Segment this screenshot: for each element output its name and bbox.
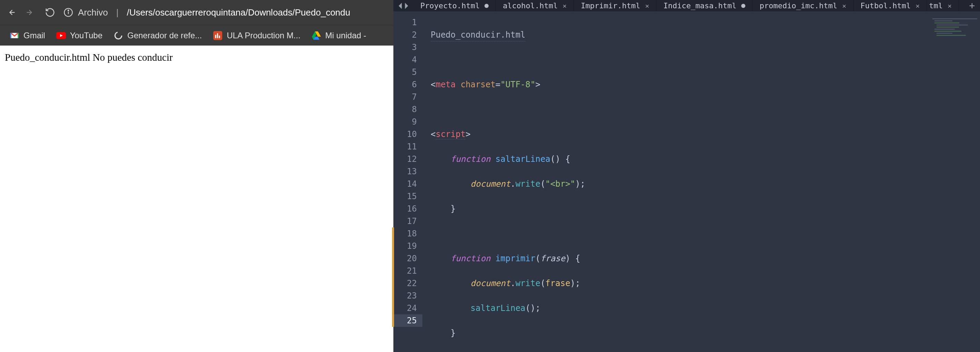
line-number[interactable]: 3 <box>393 41 417 54</box>
forward-button[interactable] <box>25 8 35 17</box>
svg-point-6 <box>115 32 122 39</box>
bookmark-label: Mi unidad - <box>325 31 366 40</box>
line-number[interactable]: 14 <box>393 178 417 190</box>
dirty-dot-icon <box>484 4 488 8</box>
line-number[interactable]: 12 <box>393 153 417 165</box>
line-number[interactable]: 2 <box>393 29 417 41</box>
line-number[interactable]: 5 <box>393 66 417 78</box>
line-number[interactable]: 25 <box>393 314 422 327</box>
line-number[interactable]: 24 <box>393 302 417 314</box>
code-editor: Proyecto.htmlalcohol.html×Imprimir.html×… <box>393 0 980 352</box>
close-tab-icon[interactable]: × <box>645 2 649 10</box>
code-area[interactable]: Puedo_conducir.html <meta charset="UTF-8… <box>422 11 980 352</box>
bookmark-generador[interactable]: Generador de refe... <box>113 31 202 40</box>
editor-body: 1234567891011121314151617181920212223242… <box>393 11 980 352</box>
back-button[interactable] <box>6 8 16 17</box>
line-number[interactable]: 10 <box>393 128 417 140</box>
line-number[interactable]: 23 <box>393 290 417 302</box>
youtube-icon <box>56 31 66 40</box>
bookmarks-bar: Gmail YouTube Generador de refe... ULA P… <box>0 25 393 46</box>
line-number[interactable]: 21 <box>393 265 417 277</box>
svg-rect-9 <box>217 33 218 38</box>
editor-tab[interactable]: Indice_masa.html <box>656 0 752 11</box>
page-content: Puedo_conducir.html No puedes conducir <box>0 46 393 352</box>
line-number[interactable]: 18 <box>393 228 417 240</box>
tab-label: tml <box>929 2 943 10</box>
line-number[interactable]: 4 <box>393 54 417 66</box>
line-number[interactable]: 17 <box>393 215 417 228</box>
tab-label: Imprimir.html <box>581 2 640 10</box>
new-tab-button[interactable]: + <box>964 0 980 11</box>
tab-label: alcohol.html <box>503 2 558 10</box>
site-info-icon[interactable] <box>64 8 73 17</box>
bookmark-gmail[interactable]: Gmail <box>10 31 45 40</box>
editor-tab[interactable]: alcohol.html× <box>496 0 574 11</box>
spinner-icon <box>113 31 123 40</box>
line-number[interactable]: 22 <box>393 277 417 290</box>
tab-label: promedio_imc.html <box>759 2 837 10</box>
tab-label: Futbol.html <box>861 2 911 10</box>
url-separator: | <box>113 7 122 18</box>
nav-controls <box>6 7 55 18</box>
line-number[interactable]: 15 <box>393 190 417 202</box>
svg-point-4 <box>68 10 69 11</box>
browser-window: Archivo | /Users/oscarguerreroquintana/D… <box>0 0 393 352</box>
bookmark-youtube[interactable]: YouTube <box>56 31 102 40</box>
editor-tab[interactable]: tml× <box>927 0 959 11</box>
line-number[interactable]: 13 <box>393 165 417 178</box>
close-tab-icon[interactable]: × <box>842 2 846 10</box>
tab-nav-arrows[interactable] <box>393 0 414 11</box>
editor-tab[interactable]: Futbol.html× <box>854 0 927 11</box>
ula-icon <box>213 31 223 40</box>
editor-tabbar: Proyecto.htmlalcohol.html×Imprimir.html×… <box>393 0 980 11</box>
drive-icon <box>312 31 321 40</box>
line-number[interactable]: 6 <box>393 78 417 91</box>
tab-label: Proyecto.html <box>420 2 480 10</box>
bookmark-label: Generador de refe... <box>127 31 202 40</box>
line-gutter: 1234567891011121314151617181920212223242… <box>393 11 422 352</box>
close-tab-icon[interactable]: × <box>562 2 566 10</box>
file-title: Puedo_conducir.html <box>431 29 525 41</box>
bookmark-drive[interactable]: Mi unidad - <box>312 31 366 40</box>
line-number[interactable]: 11 <box>393 140 417 153</box>
tabs-container: Proyecto.htmlalcohol.html×Imprimir.html×… <box>414 0 964 11</box>
line-number[interactable]: 8 <box>393 103 417 116</box>
line-number[interactable]: 9 <box>393 116 417 128</box>
tab-label: Indice_masa.html <box>663 2 737 10</box>
minimap[interactable] <box>932 17 977 62</box>
line-number[interactable]: 19 <box>393 240 417 252</box>
svg-rect-10 <box>219 35 220 38</box>
address-bar[interactable]: Archivo | /Users/oscarguerreroquintana/D… <box>64 0 387 25</box>
page-body-text: Puedo_conducir.html No puedes conducir <box>5 52 173 63</box>
dirty-dot-icon <box>741 4 745 8</box>
line-number[interactable]: 1 <box>393 16 417 29</box>
url-path: /Users/oscarguerreroquintana/Downloads/P… <box>127 7 350 18</box>
url-scheme: Archivo <box>78 7 108 18</box>
reload-button[interactable] <box>45 7 55 18</box>
bookmark-label: ULA Production M... <box>227 31 300 40</box>
editor-tab[interactable]: Imprimir.html× <box>574 0 656 11</box>
editor-tab[interactable]: promedio_imc.html× <box>752 0 853 11</box>
bookmark-label: Gmail <box>24 31 45 40</box>
gmail-icon <box>10 31 19 40</box>
line-number[interactable]: 16 <box>393 202 417 215</box>
line-number[interactable]: 20 <box>393 252 417 265</box>
close-tab-icon[interactable]: × <box>915 2 920 10</box>
line-number[interactable]: 7 <box>393 91 417 103</box>
bookmark-ula[interactable]: ULA Production M... <box>213 31 300 40</box>
close-tab-icon[interactable]: × <box>948 2 952 10</box>
browser-toolbar: Archivo | /Users/oscarguerreroquintana/D… <box>0 0 393 25</box>
bookmark-label: YouTube <box>70 31 102 40</box>
editor-tab[interactable]: Proyecto.html <box>414 0 496 11</box>
svg-rect-8 <box>215 35 216 38</box>
